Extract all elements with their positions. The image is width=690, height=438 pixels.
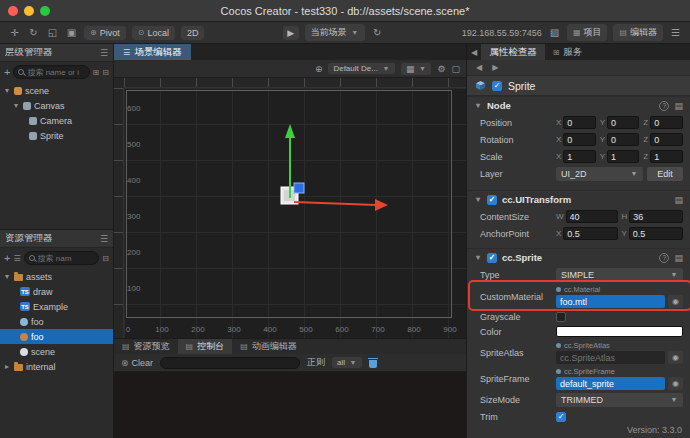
- hierarchy-node-scene[interactable]: ▾ scene: [0, 83, 113, 98]
- panel-menu-icon[interactable]: ☰: [100, 234, 108, 244]
- sort-icon[interactable]: ☰: [13, 254, 20, 263]
- collapse-all-icon[interactable]: ⊟: [102, 68, 109, 77]
- nav-back-icon[interactable]: ◀: [476, 63, 482, 72]
- docs-icon[interactable]: ▤: [674, 195, 683, 205]
- hierarchy-node-canvas[interactable]: ▾ Canvas: [0, 98, 113, 113]
- trim-checkbox[interactable]: ✓: [556, 412, 566, 422]
- layer-dropdown[interactable]: UI_2D ▼: [556, 167, 643, 181]
- section-node[interactable]: ▾ Node ? ▤: [467, 96, 690, 114]
- tab-console[interactable]: ▤ 控制台: [178, 339, 233, 354]
- scale-x-input[interactable]: [563, 150, 595, 163]
- filter-icon[interactable]: ⊟: [102, 254, 109, 263]
- gizmo-x-axis[interactable]: [294, 202, 376, 205]
- uitransform-enabled-checkbox[interactable]: ✓: [487, 195, 497, 205]
- gizmo-preset-dropdown[interactable]: Default De... ▼: [328, 63, 394, 74]
- asset-item-foo-effect[interactable]: foo: [0, 314, 113, 329]
- caret-right-icon[interactable]: ▸: [3, 362, 11, 371]
- move-tool-icon[interactable]: ✛: [8, 27, 21, 38]
- help-icon[interactable]: ?: [659, 253, 669, 263]
- fullscreen-icon[interactable]: ▢: [451, 64, 460, 74]
- trash-icon[interactable]: [369, 360, 377, 368]
- tab-scene-editor[interactable]: ☰ 场景编辑器: [114, 44, 191, 60]
- gizmo-xy-plane-handle[interactable]: [294, 183, 304, 193]
- docs-icon[interactable]: ▤: [674, 253, 683, 263]
- gizmo-center-icon[interactable]: ⊕: [315, 64, 323, 74]
- asset-item-example[interactable]: TS Example: [0, 299, 113, 314]
- spriteframe-asset-field[interactable]: default_sprite: [556, 377, 665, 390]
- caret-down-icon[interactable]: ▾: [3, 86, 11, 95]
- contentsize-h-input[interactable]: [629, 210, 683, 223]
- tab-asset-preview[interactable]: ▤ 资源预览: [114, 339, 178, 354]
- layer-edit-button[interactable]: Edit: [647, 167, 683, 181]
- console-clear-button[interactable]: ⊗ Clear: [121, 358, 153, 368]
- docs-icon[interactable]: ▤: [674, 101, 683, 111]
- local-button[interactable]: ⊙ Local: [132, 26, 175, 40]
- regex-toggle[interactable]: 正则: [307, 356, 325, 369]
- position-y-input[interactable]: [607, 116, 639, 129]
- rotation-z-input[interactable]: [650, 133, 683, 146]
- caret-down-icon[interactable]: ▾: [474, 195, 482, 204]
- caret-down-icon[interactable]: ▾: [12, 101, 20, 110]
- play-button[interactable]: ▶: [283, 26, 299, 40]
- tab-inspector[interactable]: 属性检查器: [481, 44, 545, 60]
- sprite-type-dropdown[interactable]: SIMPLE ▼: [556, 268, 683, 282]
- rotate-tool-icon[interactable]: ↻: [27, 27, 40, 38]
- tab-animation-editor[interactable]: ▤ 动画编辑器: [232, 339, 305, 354]
- minimize-window-button[interactable]: [24, 6, 34, 16]
- project-button[interactable]: ▦ 项目: [567, 24, 608, 41]
- nav-forward-icon[interactable]: ▶: [492, 63, 498, 72]
- debug-icon[interactable]: ▧: [548, 27, 561, 38]
- asset-item-foo-material[interactable]: foo: [0, 329, 113, 344]
- pivot-button[interactable]: ⊕ Pivot: [84, 26, 126, 40]
- scale-z-input[interactable]: [650, 150, 683, 163]
- hierarchy-search-input[interactable]: [27, 68, 84, 77]
- sizemode-dropdown[interactable]: TRIMMED ▼: [556, 393, 683, 407]
- hierarchy-node-sprite[interactable]: Sprite: [0, 128, 113, 143]
- caret-down-icon[interactable]: ▾: [474, 253, 482, 262]
- asset-item-draw[interactable]: TS draw: [0, 284, 113, 299]
- add-node-button[interactable]: +: [4, 66, 10, 78]
- hierarchy-node-camera[interactable]: Camera: [0, 113, 113, 128]
- custommaterial-asset-field[interactable]: foo.mtl: [556, 295, 665, 308]
- transform-gizmo[interactable]: [124, 88, 466, 338]
- scene-viewport[interactable]: 0 100 200 300 400 500 600 700 800 900 10…: [114, 78, 466, 338]
- section-sprite[interactable]: ▾ ✓ cc.Sprite ? ▤: [467, 248, 690, 266]
- panel-collapse-icon[interactable]: ◀: [467, 44, 481, 60]
- add-asset-button[interactable]: +: [4, 252, 10, 264]
- scale-tool-icon[interactable]: ◱: [46, 27, 59, 38]
- console-filter-dropdown[interactable]: all ▼: [332, 357, 362, 368]
- gizmo-x-arrowhead[interactable]: [375, 199, 388, 211]
- scene-canvas[interactable]: 0 100 200 300 400 500 600 700 800 900 10…: [124, 88, 466, 338]
- assets-search-input[interactable]: [38, 254, 95, 263]
- node-active-checkbox[interactable]: ✓: [492, 81, 502, 91]
- section-uitransform[interactable]: ▾ ✓ cc.UITransform ▤: [467, 190, 690, 208]
- position-z-input[interactable]: [650, 116, 683, 129]
- hierarchy-search[interactable]: [13, 65, 89, 79]
- asset-picker-icon[interactable]: ◉: [668, 351, 683, 364]
- position-x-input[interactable]: [563, 116, 595, 129]
- console-search-input[interactable]: [160, 357, 300, 369]
- caret-down-icon[interactable]: ▾: [3, 272, 11, 281]
- rotation-x-input[interactable]: [563, 133, 595, 146]
- mode-2d-button[interactable]: 2D: [181, 26, 205, 40]
- asset-item-internal[interactable]: ▸ internal: [0, 359, 113, 374]
- editor-button[interactable]: ▤ 编辑器: [613, 24, 663, 41]
- refresh-icon[interactable]: ↻: [371, 27, 384, 38]
- asset-item-assets[interactable]: ▾ assets: [0, 269, 113, 284]
- menu-icon[interactable]: ☰: [669, 27, 682, 38]
- asset-picker-icon[interactable]: ◉: [668, 377, 683, 390]
- assets-search[interactable]: [24, 251, 100, 265]
- anchorpoint-y-input[interactable]: [629, 227, 683, 240]
- asset-item-scene[interactable]: scene: [0, 344, 113, 359]
- scene-select-dropdown[interactable]: 当前场景 ▼: [305, 24, 365, 41]
- rotation-y-input[interactable]: [607, 133, 639, 146]
- gear-icon[interactable]: ⚙: [437, 64, 445, 74]
- anchorpoint-x-input[interactable]: [563, 227, 617, 240]
- expand-all-icon[interactable]: ⊞: [93, 68, 100, 77]
- spriteatlas-asset-field[interactable]: cc.SpriteAtlas: [556, 351, 665, 364]
- sprite-enabled-checkbox[interactable]: ✓: [487, 253, 497, 263]
- asset-picker-icon[interactable]: ◉: [668, 295, 683, 308]
- color-swatch[interactable]: [556, 326, 683, 337]
- grayscale-checkbox[interactable]: [556, 312, 566, 322]
- gizmo-y-arrowhead[interactable]: [285, 124, 295, 138]
